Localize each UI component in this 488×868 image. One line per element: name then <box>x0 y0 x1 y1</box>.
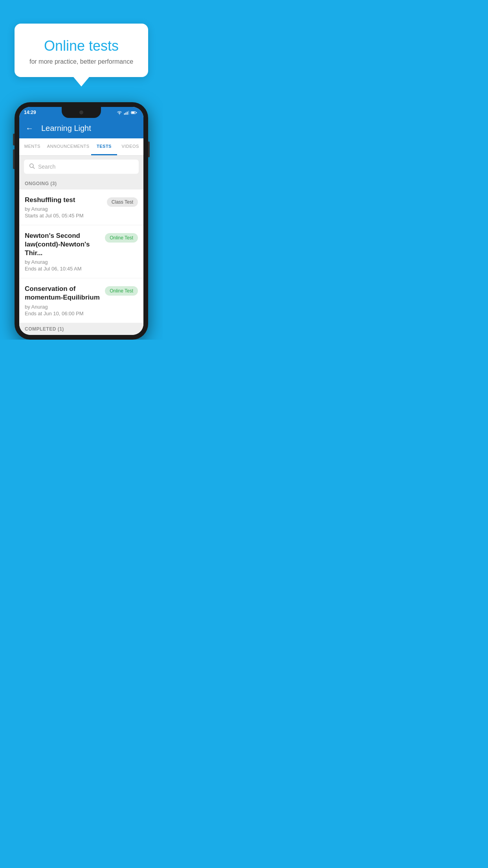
volume-down-button <box>13 149 15 169</box>
test-by-2: by Anurag <box>25 259 101 265</box>
test-badge-2: Online Test <box>105 233 138 243</box>
test-info-3: Conservation of momentum-Equilibrium by … <box>25 285 101 316</box>
test-by-1: by Anurag <box>25 206 103 212</box>
test-title-1: Reshuffling test <box>25 196 103 204</box>
status-time: 14:29 <box>24 110 36 115</box>
phone-outer: 14:29 <box>15 102 148 340</box>
power-button <box>148 142 150 157</box>
svg-rect-3 <box>128 110 129 114</box>
speech-bubble-title: Online tests <box>26 38 136 54</box>
app-bar: ← Learning Light <box>19 118 143 138</box>
svg-line-8 <box>33 167 35 169</box>
tab-videos[interactable]: VIDEOS <box>117 138 143 155</box>
test-date-1: Starts at Jul 05, 05:45 PM <box>25 213 103 219</box>
test-info-2: Newton's Second law(contd)-Newton's Thir… <box>25 232 101 272</box>
test-item[interactable]: Reshuffling test by Anurag Starts at Jul… <box>19 189 143 225</box>
status-icons <box>117 110 137 115</box>
app-bar-title: Learning Light <box>41 124 91 133</box>
speech-bubble-arrow <box>73 77 89 86</box>
test-by-3: by Anurag <box>25 304 101 310</box>
test-badge-3: Online Test <box>105 286 138 296</box>
svg-rect-0 <box>124 113 125 115</box>
phone-notch <box>62 107 101 118</box>
phone-wrapper: 14:29 <box>15 102 148 340</box>
test-item[interactable]: Newton's Second law(contd)-Newton's Thir… <box>19 225 143 278</box>
tab-tests[interactable]: TESTS <box>91 138 117 155</box>
completed-section-header: COMPLETED (1) <box>19 323 143 335</box>
svg-rect-2 <box>127 112 128 115</box>
signal-icon <box>124 110 129 115</box>
phone-screen: 14:29 <box>19 107 143 335</box>
test-title-2: Newton's Second law(contd)-Newton's Thir… <box>25 232 101 257</box>
test-info-1: Reshuffling test by Anurag Starts at Jul… <box>25 196 103 219</box>
test-list: Reshuffling test by Anurag Starts at Jul… <box>19 189 143 323</box>
test-title-3: Conservation of momentum-Equilibrium <box>25 285 101 302</box>
test-item[interactable]: Conservation of momentum-Equilibrium by … <box>19 278 143 323</box>
svg-rect-5 <box>132 112 135 113</box>
front-camera <box>79 110 83 114</box>
test-date-3: Ends at Jun 10, 06:00 PM <box>25 311 101 316</box>
search-box[interactable]: Search <box>24 160 139 174</box>
search-container: Search <box>19 156 143 178</box>
tabs-bar: MENTS ANNOUNCEMENTS TESTS VIDEOS <box>19 138 143 156</box>
search-placeholder: Search <box>38 164 55 170</box>
wifi-icon <box>117 110 122 115</box>
search-icon <box>29 163 35 171</box>
speech-bubble: Online tests for more practice, better p… <box>15 24 148 77</box>
ongoing-section-header: ONGOING (3) <box>19 178 143 189</box>
back-button[interactable]: ← <box>26 124 33 133</box>
volume-up-button <box>13 134 15 145</box>
test-badge-1: Class Test <box>107 197 138 207</box>
svg-rect-6 <box>136 112 137 113</box>
svg-rect-1 <box>125 112 126 115</box>
speech-bubble-container: Online tests for more practice, better p… <box>15 24 148 86</box>
test-date-2: Ends at Jul 06, 10:45 AM <box>25 266 101 272</box>
tab-ments[interactable]: MENTS <box>19 138 46 155</box>
tab-announcements[interactable]: ANNOUNCEMENTS <box>46 138 91 155</box>
battery-icon <box>131 110 137 115</box>
speech-bubble-subtitle: for more practice, better performance <box>26 58 136 65</box>
